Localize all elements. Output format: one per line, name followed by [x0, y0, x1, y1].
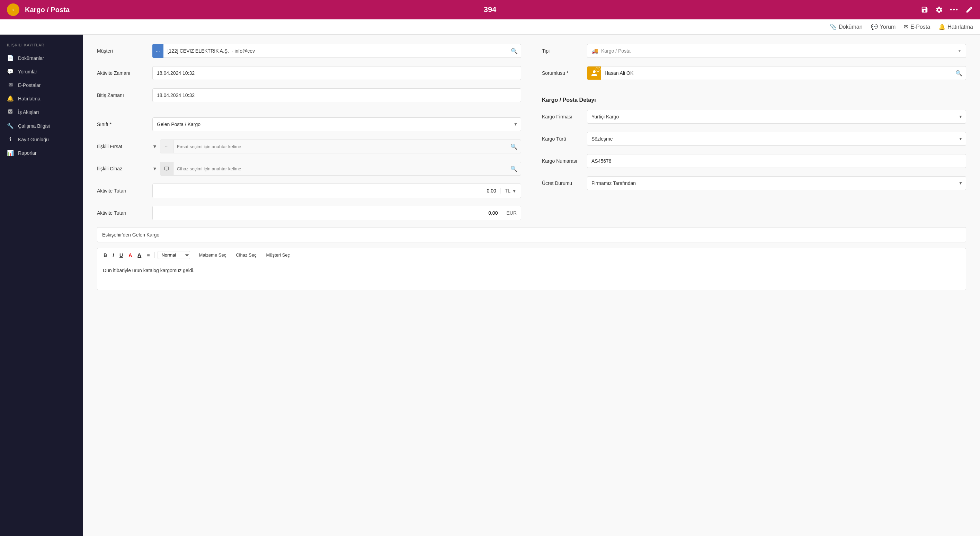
kargo-numarasi-row: Kargo Numarası — [542, 153, 966, 169]
musteri-input-wrapper: ··· 🔍 — [153, 44, 521, 58]
sub-header-eposta[interactable]: ✉ E-Posta — [904, 24, 930, 30]
form-section: Müşteri ··· 🔍 Aktivite Zamanı — [97, 43, 966, 227]
sidebar-label-kayit-gunlugu: Kayıt Günlüğü — [18, 137, 49, 142]
rich-editor: B I U A A̲ ≡ Normal Heading 1 Heading 2 … — [97, 248, 966, 290]
sinifi-row: Sınıfı * Gelen Posta / Kargo Giden Posta… — [97, 116, 521, 132]
header-record-id: 394 — [484, 5, 496, 14]
sidebar-item-is-akislari[interactable]: İş Akışları — [0, 105, 83, 119]
aktivite-tutari-tl-input[interactable] — [153, 184, 500, 198]
musteri-row: Müşteri ··· 🔍 — [97, 43, 521, 59]
ucret-durumu-select[interactable]: Firmamız Tarafından Müşteri Tarafından — [587, 176, 966, 190]
kargo-turu-select[interactable]: Sözleşme Normal — [587, 132, 966, 146]
italic-button[interactable]: I — [110, 252, 116, 259]
cihaz-sec-link[interactable]: Cihaz Seç — [233, 252, 259, 258]
sidebar-item-calisma-bilgisi[interactable]: 🔧 Çalışma Bilgisi — [0, 119, 83, 133]
kargo-numarasi-input[interactable] — [587, 154, 966, 168]
sinifi-select-wrapper: Gelen Posta / Kargo Giden Posta / Kargo … — [153, 118, 521, 131]
save-button[interactable] — [921, 6, 928, 13]
iliskili-firsat-label: İlişkili Fırsat — [97, 144, 153, 149]
header-title: Kargo / Posta — [25, 6, 921, 14]
more-button[interactable]: ••• — [950, 6, 959, 13]
sidebar-item-yorumlar[interactable]: 💬 Yorumlar — [0, 65, 83, 78]
iliskili-cihaz-input-wrapper: 🔍 — [160, 162, 521, 175]
cihaz-prefix-btn[interactable] — [160, 162, 173, 175]
document-icon: 📄 — [7, 55, 14, 61]
iliskili-firsat-input[interactable] — [173, 144, 507, 149]
sub-header: 📎 Doküman 💬 Yorum ✉ E-Posta 🔔 Hatırlatma — [0, 19, 980, 35]
sidebar-item-epostalar[interactable]: ✉ E-Postalar — [0, 78, 83, 92]
sidebar-label-hatirlatma: Hatırlatma — [18, 96, 40, 102]
cihaz-expand-icon[interactable]: ▼ — [153, 166, 157, 172]
aktivite-tutari-tl-row: Aktivite Tutarı TL ▼ — [97, 183, 521, 199]
kargo-firmasi-select-wrapper: Yurtiçi Kargo Aras Kargo MNG Kargo ▼ — [587, 110, 966, 124]
kargo-turu-select-wrapper: Sözleşme Normal ▼ — [587, 132, 966, 146]
bitis-zamani-row: Bitiş Zamanı — [97, 87, 521, 103]
firsat-expand-icon[interactable]: ▼ — [153, 144, 157, 149]
sub-header-yorum[interactable]: 💬 Yorum — [871, 24, 896, 30]
musteri-prefix-btn[interactable]: ··· — [153, 44, 164, 58]
aktivite-zamani-label: Aktivite Zamanı — [97, 70, 153, 76]
sidebar-item-dokumanlar[interactable]: 📄 Dokümanlar — [0, 51, 83, 65]
sorumlusu-wrapper: 1 Hasan Ali OK 🔍 — [587, 66, 966, 80]
sidebar-item-kayit-gunlugu[interactable]: ℹ Kayıt Günlüğü — [0, 133, 83, 146]
aktivite-tutari-eur-input[interactable] — [153, 206, 502, 220]
tipi-caret-icon: ▼ — [958, 48, 962, 53]
bitis-zamani-input[interactable] — [153, 88, 521, 102]
align-button[interactable]: ≡ — [145, 252, 152, 259]
settings-button[interactable] — [935, 6, 943, 13]
kargo-firmasi-select[interactable]: Yurtiçi Kargo Aras Kargo MNG Kargo — [587, 110, 966, 124]
sorumlusu-avatar: 1 — [587, 66, 601, 80]
ucret-durumu-select-wrapper: Firmamız Tarafından Müşteri Tarafından ▼ — [587, 176, 966, 190]
bold-button[interactable]: B — [102, 252, 109, 259]
toolbar-separator-2 — [193, 252, 193, 258]
malzeme-sec-link[interactable]: Malzeme Seç — [196, 252, 229, 258]
back-button[interactable]: ‹ — [7, 3, 19, 16]
comment-icon: 💬 — [871, 24, 878, 30]
aktivite-tutari-eur-wrapper: EUR — [153, 206, 521, 220]
sidebar-item-raporlar[interactable]: 📊 Raporlar — [0, 146, 83, 160]
iliskili-cihaz-label: İlişkili Cihaz — [97, 166, 153, 172]
header-actions: ••• — [921, 6, 973, 13]
ucret-durumu-label: Ücret Durumu — [542, 180, 587, 186]
sidebar-item-hatirlatma[interactable]: 🔔 Hatırlatma — [0, 92, 83, 105]
sidebar-label-dokumanlar: Dokümanlar — [18, 56, 44, 61]
firsat-search-icon[interactable]: 🔍 — [507, 143, 521, 150]
workflow-icon — [7, 109, 14, 116]
highlight-button[interactable]: A̲ — [135, 252, 143, 259]
sidebar-label-is-akislari: İş Akışları — [18, 110, 39, 115]
rich-editor-content[interactable]: Dün itibariyle ürün katalog kargomuz gel… — [97, 262, 966, 290]
cihaz-search-icon[interactable]: 🔍 — [507, 165, 521, 172]
aktivite-zamani-row: Aktivite Zamanı — [97, 65, 521, 81]
font-color-button[interactable]: A — [126, 252, 134, 259]
firsat-prefix-btn[interactable]: ··· — [160, 140, 173, 153]
musteri-input[interactable] — [164, 44, 521, 58]
style-select[interactable]: Normal Heading 1 Heading 2 — [158, 251, 190, 259]
underline-button[interactable]: U — [118, 252, 125, 259]
email-icon-sidebar: ✉ — [7, 82, 14, 88]
iliskili-firsat-input-wrapper: ··· 🔍 — [160, 140, 521, 153]
sorumlusu-badge: 1 — [596, 67, 600, 72]
musteri-sec-link[interactable]: Müşteri Seç — [263, 252, 293, 258]
sorumlusu-row: Sorumlusu * 1 Hasan Ali OK 🔍 — [542, 65, 966, 81]
sub-header-hatirlatma[interactable]: 🔔 Hatırlatma — [939, 24, 973, 30]
sidebar: İLİŞKİLİ KAYITLAR 📄 Dokümanlar 💬 Yorumla… — [0, 35, 83, 536]
tl-currency[interactable]: TL ▼ — [500, 188, 521, 194]
sub-header-dokuman-label: Doküman — [839, 24, 862, 30]
sorumlusu-name: Hasan Ali OK — [601, 70, 952, 76]
description-input[interactable] — [97, 227, 966, 242]
aktivite-tutari-eur-row: Aktivite Tutarı EUR — [97, 205, 521, 221]
sub-header-yorum-label: Yorum — [880, 24, 896, 30]
sorumlusu-search-icon[interactable]: 🔍 — [952, 70, 966, 76]
kargo-numarasi-label: Kargo Numarası — [542, 158, 587, 164]
iliskili-cihaz-input[interactable] — [173, 166, 507, 172]
eur-currency-label: EUR — [506, 210, 517, 216]
musteri-search-icon[interactable]: 🔍 — [511, 48, 518, 54]
eur-currency: EUR — [502, 210, 521, 216]
iliskili-cihaz-row: İlişkili Cihaz ▼ 🔍 — [97, 161, 521, 177]
paperclip-icon: 📎 — [830, 24, 837, 30]
edit-button[interactable] — [966, 6, 973, 13]
aktivite-zamani-input[interactable] — [153, 66, 521, 80]
sinifi-select[interactable]: Gelen Posta / Kargo Giden Posta / Kargo — [153, 118, 521, 131]
tipi-input-wrapper: 🚚 Kargo / Posta ▼ — [587, 44, 966, 58]
sub-header-dokuman[interactable]: 📎 Doküman — [830, 24, 862, 30]
